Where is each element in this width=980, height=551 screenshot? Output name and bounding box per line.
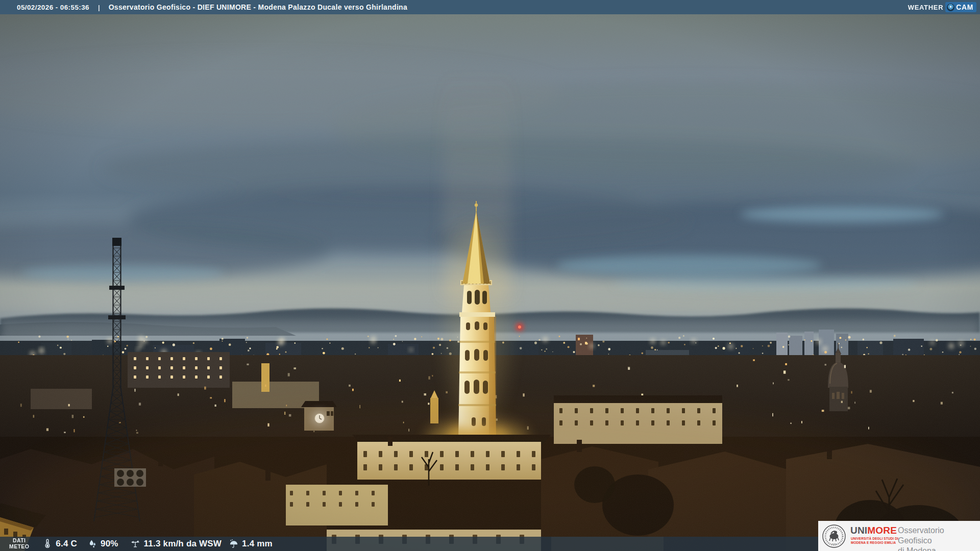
humidity-value: 90% — [101, 539, 118, 549]
wind-value: 11.3 km/h da WSW — [144, 539, 222, 549]
webcam-frame: 05/02/2026 - 06:55:36 | Osservatorio Geo… — [0, 0, 980, 551]
wind-reading: 11.3 km/h da WSW — [130, 539, 222, 549]
unimore-logo-panel: 1175 UNIMORE UNIVERSITÀ DEGLI STUDI DI M… — [818, 521, 980, 551]
unimore-seal: 1175 — [822, 524, 846, 548]
unimore-uni: UNI — [850, 525, 867, 536]
unimore-wordmark: UNIMORE — [850, 525, 897, 536]
separator: | — [98, 4, 100, 11]
weathercam-logo: WEATHER CAM — [908, 0, 976, 14]
weathercam-word: WEATHER — [908, 4, 944, 11]
seal-year: 1175 — [832, 543, 837, 545]
rain-icon — [229, 539, 239, 549]
grain-overlay — [0, 14, 980, 551]
temperature-value: 6.4 C — [56, 539, 77, 549]
precipitation-value: 1.4 mm — [242, 539, 273, 549]
precipitation-reading: 1.4 mm — [229, 539, 273, 549]
weathercam-lens-icon — [947, 4, 954, 11]
wind-icon — [130, 539, 141, 549]
topbar: 05/02/2026 - 06:55:36 | Osservatorio Geo… — [0, 0, 980, 14]
thermometer-icon — [42, 539, 53, 549]
university-line2: MODENA E REGGIO EMILIA — [851, 541, 898, 545]
observatory-line2: di Modena — [898, 546, 980, 551]
observatory-line1: Osservatorio Geofisico — [898, 525, 980, 546]
weather-data-label: DATI METEO — [9, 538, 29, 550]
university-name: UNIVERSITÀ DEGLI STUDI DI MODENA E REGGI… — [851, 537, 898, 545]
timestamp: 05/02/2026 - 06:55:36 — [17, 4, 89, 11]
humidity-reading: 90% — [87, 539, 118, 549]
weathercam-cam-label: CAM — [956, 3, 973, 11]
university-line1: UNIVERSITÀ DEGLI STUDI DI — [851, 537, 898, 541]
observatory-name: Osservatorio Geofisico di Modena — [898, 525, 980, 551]
page-title: Osservatorio Geofisico - DIEF UNIMORE - … — [109, 3, 407, 11]
humidity-icon — [87, 539, 97, 549]
webcam-photo — [0, 0, 980, 551]
temperature-reading: 6.4 C — [42, 539, 77, 549]
weathercam-chip: CAM — [945, 2, 976, 12]
unimore-more: MORE — [867, 525, 897, 536]
weather-label-line2: METEO — [9, 544, 29, 550]
